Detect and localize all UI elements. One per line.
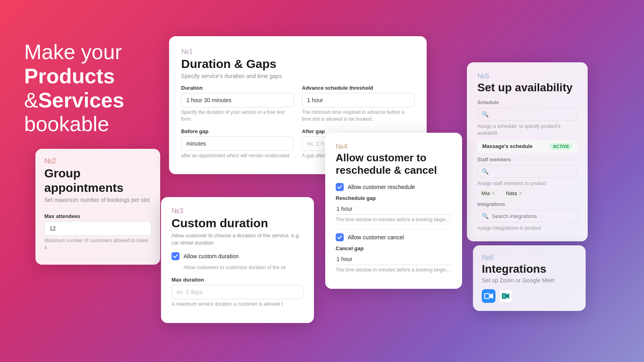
card4-number: №4 — [336, 142, 452, 151]
hero-ampersand: & — [24, 88, 38, 113]
card4-title: Allow customer toreschedule & cancel — [336, 152, 452, 177]
cancel-gap-desc: The time window in minutes before a book… — [336, 267, 452, 274]
card2-subtitle: Set maximum number of bookings per slot — [44, 197, 151, 203]
card-group-appointments: №2 Group appointments Set maximum number… — [35, 149, 160, 265]
advance-label: Advance schedule threshold — [302, 85, 415, 91]
before-gap-group: Before gap after an appointment which wi… — [181, 128, 294, 159]
reschedule-gap-group: Reschedule gap The time window in minute… — [336, 195, 452, 223]
reschedule-gap-desc: The time window in minutes before a book… — [336, 216, 452, 223]
duration-field-group: Duration Specify the duration of your se… — [181, 85, 294, 123]
hero-bookable: bookable — [24, 112, 124, 136]
cancel-checkbox[interactable] — [336, 233, 344, 241]
max-attendees-input[interactable] — [44, 221, 151, 236]
integrations-search-icon: 🔍 — [482, 213, 489, 219]
schedule-assign-text: Assign a schedule, to specify product's … — [477, 123, 577, 137]
card2-number: №2 — [44, 157, 151, 165]
hero-services: Services — [38, 88, 124, 113]
custom-duration-checkbox[interactable] — [171, 252, 180, 260]
custom-duration-checkbox-row: Allow custom duration — [171, 252, 303, 260]
reschedule-label: Allow customer reschedule — [348, 184, 415, 190]
integrations-search-input[interactable] — [492, 213, 573, 219]
before-gap-input[interactable] — [181, 136, 294, 151]
before-gap-desc: after an appointment which will remain u… — [181, 152, 294, 159]
card1-number: №1 — [181, 47, 415, 56]
card5-title: Set up availability — [477, 81, 577, 94]
card-reschedule-cancel: №4 Allow customer toreschedule & cancel … — [325, 133, 462, 289]
staff-nata-remove[interactable]: × — [519, 191, 522, 196]
staff-section-label: Staff members — [477, 157, 577, 162]
reschedule-gap-label: Reschedule gap — [336, 195, 452, 201]
card-availability: №5 Set up availability Schedule 🔍 Assign… — [467, 62, 588, 241]
svg-rect-5 — [503, 294, 506, 298]
staff-tag-mia: Mia × — [477, 189, 499, 197]
integrations-assign-text: Assign integrations to product — [477, 225, 577, 232]
schedule-search-icon: 🔍 — [482, 111, 489, 117]
card5-number: №5 — [477, 72, 577, 80]
max-duration-group: Max duration A maximum service duration … — [171, 277, 303, 308]
card1-subtitle: Specify service's duration and time gaps — [181, 73, 415, 79]
schedule-search-box[interactable]: 🔍 — [477, 108, 577, 121]
card3-number: №3 — [171, 207, 303, 215]
cancel-gap-group: Cancel gap The time window in minutes be… — [336, 245, 452, 274]
staff-tag-nata: Nata × — [502, 189, 526, 197]
card4-divider — [336, 229, 452, 229]
custom-duration-checkbox-label: Allow custom duration — [184, 253, 239, 259]
max-duration-input[interactable] — [171, 285, 303, 299]
staff-assign-text: Assign staff members to product — [477, 180, 577, 187]
reschedule-checkbox-row: Allow customer reschedule — [336, 183, 452, 191]
advance-input[interactable] — [302, 93, 415, 107]
max-attendees-group: Max attendees Maximum number of customer… — [44, 213, 151, 251]
cancel-gap-input[interactable] — [336, 253, 452, 265]
schedule-active-badge: ACTIVE — [550, 143, 572, 150]
schedule-row: Massage's schedule ACTIVE — [477, 140, 577, 153]
card6-subtitle: Set up Zoom or Google Meet — [482, 277, 577, 284]
card6-title: Integrations — [482, 263, 577, 276]
advance-desc: The minimum time required in advance bef… — [302, 109, 415, 123]
card1-title: Duration & Gaps — [181, 57, 415, 71]
integrations-search-box[interactable]: 🔍 — [477, 210, 577, 222]
cancel-label: Allow customer cancel — [348, 234, 404, 241]
card-custom-duration: №3 Custom duration Allow customer to cho… — [161, 197, 314, 323]
max-duration-label: Max duration — [171, 277, 303, 283]
duration-desc: Specify the duration of your service in … — [181, 109, 294, 123]
integrations-section-label: Integrations — [477, 202, 577, 207]
duration-label: Duration — [181, 85, 294, 91]
svg-marker-4 — [506, 293, 509, 299]
staff-search-icon: 🔍 — [482, 168, 489, 175]
hero-line2: Products — [24, 64, 124, 88]
staff-tags: Mia × Nata × — [477, 189, 577, 197]
staff-search-box[interactable]: 🔍 — [477, 165, 577, 178]
cancel-gap-label: Cancel gap — [336, 245, 452, 251]
card3-subtitle: Allow customer to choose a duration of t… — [171, 232, 303, 247]
staff-search-input[interactable] — [492, 168, 573, 174]
schedule-search-input[interactable] — [492, 111, 573, 117]
card6-number: №6 — [482, 253, 577, 262]
hero-line1: Make your — [24, 40, 124, 64]
max-duration-desc: A maximum service duration a customer is… — [171, 301, 303, 308]
staff-mia-name: Mia — [481, 190, 490, 196]
zoom-icon[interactable] — [482, 289, 495, 303]
advance-field-group: Advance schedule threshold The minimum t… — [302, 85, 415, 123]
schedule-name: Massage's schedule — [482, 143, 547, 149]
card2-title: Group appointments — [44, 166, 151, 195]
before-gap-label: Before gap — [181, 128, 294, 134]
custom-duration-desc: Allow customers to customize duration of… — [184, 264, 303, 271]
card3-title: Custom duration — [171, 216, 303, 230]
svg-rect-2 — [485, 294, 489, 298]
google-meet-icon[interactable] — [499, 289, 512, 303]
svg-marker-1 — [490, 293, 493, 299]
card2-divider — [44, 209, 151, 209]
card-integrations: №6 Integrations Set up Zoom or Google Me… — [473, 245, 586, 311]
reschedule-gap-input[interactable] — [336, 203, 452, 215]
max-attendees-label: Max attendees — [44, 213, 151, 219]
staff-mia-remove[interactable]: × — [492, 191, 495, 196]
staff-nata-name: Nata — [506, 190, 517, 196]
duration-input[interactable] — [181, 93, 294, 107]
hero-section: Make your Products & Services bookable — [24, 40, 124, 136]
cancel-checkbox-row: Allow customer cancel — [336, 233, 452, 241]
integration-icons — [482, 289, 577, 303]
max-attendees-desc: Maximum number of customers allowed to m… — [44, 237, 151, 251]
reschedule-checkbox[interactable] — [336, 183, 344, 191]
schedule-section-label: Schedule — [477, 100, 577, 105]
